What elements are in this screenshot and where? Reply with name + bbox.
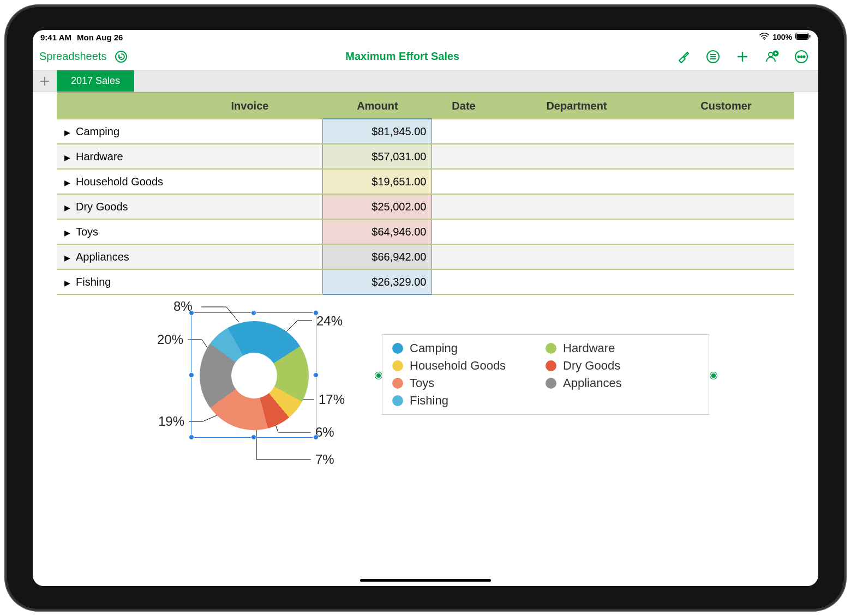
empty-cell[interactable]: [658, 269, 794, 294]
selection-handle[interactable]: [251, 310, 256, 316]
pct-label: 19%: [158, 414, 184, 429]
table-row[interactable]: ▶Household Goods$19,651.00: [57, 169, 794, 194]
add-button[interactable]: [735, 50, 750, 64]
undo-button[interactable]: [114, 50, 128, 64]
col-amount[interactable]: Amount: [323, 93, 432, 119]
screen: 9:41 AM Mon Aug 26 100% Spreadsheets: [33, 30, 818, 586]
category-cell[interactable]: ▶Household Goods: [57, 169, 323, 194]
legend-item[interactable]: Household Goods: [392, 359, 546, 373]
empty-cell[interactable]: [495, 219, 658, 244]
selection-handle[interactable]: [189, 372, 194, 378]
col-date[interactable]: Date: [432, 93, 495, 119]
col-blank[interactable]: [57, 93, 177, 119]
selection-handle[interactable]: [189, 310, 194, 316]
amount-cell[interactable]: $26,329.00: [323, 269, 432, 294]
category-cell[interactable]: ▶Dry Goods: [57, 194, 323, 219]
legend-item[interactable]: Toys: [392, 376, 546, 390]
empty-cell[interactable]: [658, 119, 794, 144]
empty-cell[interactable]: [495, 144, 658, 169]
pct-label: 20%: [157, 332, 183, 347]
empty-cell[interactable]: [658, 244, 794, 269]
legend-item[interactable]: Camping: [392, 341, 546, 355]
legend-swatch: [546, 378, 556, 389]
amount-cell[interactable]: $57,031.00: [323, 144, 432, 169]
table-row[interactable]: ▶Appliances$66,942.00: [57, 244, 794, 269]
empty-cell[interactable]: [432, 269, 495, 294]
amount-cell[interactable]: $66,942.00: [323, 244, 432, 269]
home-indicator[interactable]: [360, 579, 491, 582]
empty-cell[interactable]: [432, 144, 495, 169]
category-cell[interactable]: ▶Toys: [57, 219, 323, 244]
table-row[interactable]: ▶Toys$64,946.00: [57, 219, 794, 244]
summary-table[interactable]: Invoice Amount Date Department Customer …: [57, 92, 794, 295]
pct-label: 7%: [315, 452, 334, 467]
table-row[interactable]: ▶Dry Goods$25,002.00: [57, 194, 794, 219]
category-cell[interactable]: ▶Hardware: [57, 144, 323, 169]
legend-label: Appliances: [563, 376, 622, 390]
legend-selection-handle[interactable]: [710, 372, 717, 379]
sheet-tab-active[interactable]: 2017 Sales: [57, 70, 134, 92]
empty-cell[interactable]: [495, 119, 658, 144]
legend-item[interactable]: Appliances: [546, 376, 699, 390]
selection-handle[interactable]: [189, 434, 194, 440]
empty-cell[interactable]: [658, 194, 794, 219]
empty-cell[interactable]: [432, 219, 495, 244]
empty-cell[interactable]: [432, 119, 495, 144]
wifi-icon: [759, 33, 769, 42]
legend-selection-handle[interactable]: [375, 372, 382, 379]
empty-cell[interactable]: [495, 244, 658, 269]
sheet-tab-bar: 2017 Sales: [33, 70, 818, 92]
amount-cell[interactable]: $25,002.00: [323, 194, 432, 219]
category-cell[interactable]: ▶Appliances: [57, 244, 323, 269]
format-brush-icon[interactable]: [676, 50, 691, 64]
empty-cell[interactable]: [432, 169, 495, 194]
expand-arrow-icon[interactable]: ▶: [64, 178, 70, 187]
empty-cell[interactable]: [658, 219, 794, 244]
category-cell[interactable]: ▶Fishing: [57, 269, 323, 294]
legend-item[interactable]: Fishing: [392, 394, 546, 408]
spreadsheet-canvas[interactable]: Invoice Amount Date Department Customer …: [33, 92, 818, 509]
table-row[interactable]: ▶Fishing$26,329.00: [57, 269, 794, 294]
amount-cell[interactable]: $64,946.00: [323, 219, 432, 244]
col-department[interactable]: Department: [495, 93, 658, 119]
chart-legend[interactable]: CampingHardwareHousehold GoodsDry GoodsT…: [382, 334, 709, 415]
expand-arrow-icon[interactable]: ▶: [64, 279, 70, 287]
col-customer[interactable]: Customer: [658, 93, 794, 119]
amount-cell[interactable]: $19,651.00: [323, 169, 432, 194]
empty-cell[interactable]: [495, 194, 658, 219]
table-row[interactable]: ▶Camping$81,945.00: [57, 119, 794, 144]
expand-arrow-icon[interactable]: ▶: [64, 203, 70, 212]
empty-cell[interactable]: [495, 269, 658, 294]
empty-cell[interactable]: [658, 144, 794, 169]
empty-cell[interactable]: [495, 169, 658, 194]
category-cell[interactable]: ▶Camping: [57, 119, 323, 144]
selection-handle[interactable]: [251, 434, 256, 440]
more-icon[interactable]: [794, 50, 808, 64]
legend-item[interactable]: Hardware: [546, 341, 699, 355]
collaborate-icon[interactable]: [765, 50, 779, 64]
empty-cell[interactable]: [432, 194, 495, 219]
legend-swatch: [546, 360, 556, 371]
add-sheet-button[interactable]: [33, 70, 57, 92]
status-bar: 9:41 AM Mon Aug 26 100%: [33, 30, 818, 43]
document-title[interactable]: Maximum Effort Sales: [128, 50, 676, 63]
battery-icon: [795, 33, 811, 42]
donut-chart[interactable]: 8% 24% 20% 17% 19% 6% 7%: [76, 301, 818, 509]
expand-arrow-icon[interactable]: ▶: [64, 253, 70, 262]
chart-selection-box[interactable]: [191, 312, 316, 438]
list-icon[interactable]: [706, 50, 720, 64]
expand-arrow-icon[interactable]: ▶: [64, 128, 70, 137]
expand-arrow-icon[interactable]: ▶: [64, 228, 70, 237]
selection-handle[interactable]: [313, 372, 319, 378]
expand-arrow-icon[interactable]: ▶: [64, 153, 70, 162]
selection-handle[interactable]: [313, 434, 319, 440]
legend-item[interactable]: Dry Goods: [546, 359, 699, 373]
col-invoice[interactable]: Invoice: [177, 93, 323, 119]
table-header-row: Invoice Amount Date Department Customer: [57, 93, 794, 119]
back-button[interactable]: Spreadsheets: [39, 50, 106, 63]
amount-cell[interactable]: $81,945.00: [323, 119, 432, 144]
selection-handle[interactable]: [313, 310, 319, 316]
empty-cell[interactable]: [658, 169, 794, 194]
table-row[interactable]: ▶Hardware$57,031.00: [57, 144, 794, 169]
empty-cell[interactable]: [432, 244, 495, 269]
